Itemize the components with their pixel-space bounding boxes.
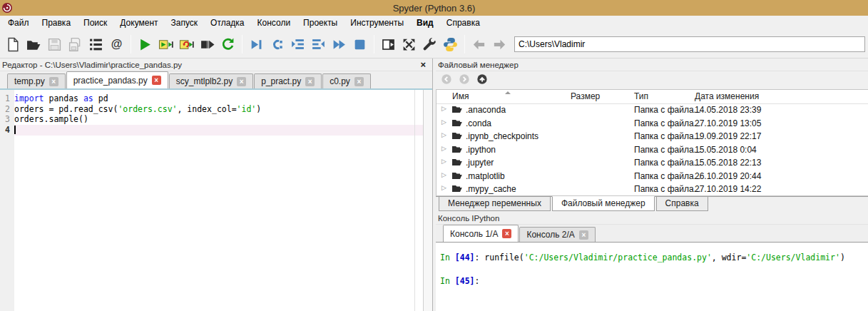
file-type: Папка с файла... <box>634 158 701 168</box>
column-header-1[interactable]: Имя <box>452 91 469 101</box>
code-editor[interactable]: 1import pandas as pd2orders = pd.read_cs… <box>0 90 432 311</box>
tab-label: scy_mtlplb2.py <box>176 76 233 86</box>
line-number: 2 <box>0 104 10 115</box>
column-header-4[interactable]: Дата изменения <box>695 91 759 101</box>
code-line-1: 1import pandas as pd <box>0 93 423 104</box>
file-row[interactable]: ▷.jupyterПапка с файла...15.05.2018 22:1… <box>436 157 868 170</box>
nav-forward-button[interactable] <box>489 34 510 55</box>
right-column: Файловый менеджер ИмяРазмерТипДата измен… <box>436 58 868 311</box>
close-tab-icon[interactable]: × <box>354 77 364 86</box>
fullscreen-button[interactable] <box>399 34 419 55</box>
preferences-button[interactable] <box>419 34 440 55</box>
menu-help[interactable]: Справка <box>440 16 486 31</box>
history-back-button[interactable] <box>441 73 452 88</box>
save-file-button[interactable] <box>44 34 65 55</box>
run-cell-button[interactable] <box>155 34 176 55</box>
save-all-button[interactable] <box>65 34 86 55</box>
expand-arrow-icon[interactable]: ▷ <box>441 145 446 152</box>
console-output[interactable]: In [44]: runfile('C:/Users/Vladimir/prac… <box>436 243 868 311</box>
run-selection-button[interactable] <box>197 34 218 55</box>
history-forward-icon <box>459 73 470 85</box>
file-row[interactable]: ▷.mypy_cacheПапка с файла...27.10.2019 1… <box>436 183 868 196</box>
editor-tab-scy_mtlplb2.py[interactable]: scy_mtlplb2.py× <box>169 73 253 88</box>
editor-pane-header[interactable]: Редактор - C:\Users\Vladimir\practice_pa… <box>0 58 432 71</box>
debug-file-button[interactable] <box>246 34 267 55</box>
editor-tab-temp.py[interactable]: temp.py× <box>7 73 66 88</box>
restart-kernel-button[interactable] <box>218 34 238 55</box>
python-path-manager-button[interactable] <box>440 34 461 55</box>
expand-arrow-icon[interactable]: ▷ <box>441 158 446 165</box>
address-bar[interactable] <box>514 36 865 52</box>
file-row[interactable]: ▷.ipythonПапка с файла...15.05.2018 0:04 <box>436 144 868 158</box>
editor-tab-practice_pandas.py[interactable]: practice_pandas.py× <box>66 71 168 88</box>
debug-stop-button[interactable] <box>349 34 370 55</box>
run-cell-advance-button[interactable] <box>176 34 197 55</box>
debug-step-return-button[interactable] <box>308 34 329 55</box>
tab-label: practice_pandas.py <box>73 76 148 86</box>
file-row[interactable]: ▷.anacondaПапка с файла...14.05.2018 23:… <box>436 104 868 118</box>
pane-tab-Справка[interactable]: Справка <box>656 196 708 211</box>
expand-arrow-icon[interactable]: ▷ <box>441 118 446 126</box>
history-forward-button[interactable] <box>459 73 470 88</box>
column-header-3[interactable]: Тип <box>634 91 648 101</box>
console-tab-Консоль 1/A[interactable]: Консоль 1/A× <box>443 225 519 242</box>
editor-tab-p_pract.py[interactable]: p_pract.py× <box>254 73 322 88</box>
editor-tabbar: temp.py×practice_pandas.py×scy_mtlplb2.p… <box>0 71 432 90</box>
editor-scrollbar[interactable] <box>423 90 432 311</box>
run-file-button[interactable] <box>135 34 155 55</box>
menu-run[interactable]: Запуск <box>165 16 205 31</box>
debug-continue-button[interactable] <box>329 34 349 55</box>
close-tab-icon[interactable]: × <box>305 77 315 86</box>
close-tab-icon[interactable]: × <box>49 77 58 86</box>
column-header-2[interactable]: Размер <box>571 91 600 101</box>
debug-step-into-button[interactable] <box>287 34 308 55</box>
new-file-button[interactable] <box>3 34 24 55</box>
console-pane-header[interactable]: Консоль IPython <box>436 212 868 225</box>
expand-arrow-icon[interactable]: ▷ <box>441 131 446 138</box>
toolbar-separator <box>374 35 374 53</box>
file-type: Папка с файла... <box>634 184 701 194</box>
folder-icon <box>451 131 463 140</box>
menu-projects[interactable]: Проекты <box>297 16 344 31</box>
menu-edit[interactable]: Правка <box>36 16 78 31</box>
close-tab-icon[interactable]: × <box>502 229 511 238</box>
console-tab-Консоль 2/A[interactable]: Консоль 2/A× <box>519 227 595 242</box>
console-pane-title: Консоль IPython <box>438 214 499 223</box>
parent-directory-button[interactable] <box>476 73 488 88</box>
menu-consoles[interactable]: Консоли <box>251 16 297 31</box>
editor-pane-title: Редактор - C:\Users\Vladimir\practice_pa… <box>2 61 182 69</box>
menu-source[interactable]: Документ <box>113 16 164 31</box>
menu-debug[interactable]: Отладка <box>204 16 250 31</box>
file-row[interactable]: ▷.ipynb_checkpointsПапка с файла...19.09… <box>436 131 868 144</box>
close-tab-icon[interactable]: × <box>152 76 161 85</box>
open-file-button[interactable] <box>24 34 44 55</box>
code-region[interactable]: 1import pandas as pd2orders = pd.read_cs… <box>0 90 423 311</box>
nav-back-button[interactable] <box>469 34 489 55</box>
debug-step-button[interactable] <box>267 34 287 55</box>
symbol-finder-button[interactable]: @ <box>106 34 127 55</box>
pane-tab-Менеджер переменных[interactable]: Менеджер переменных <box>439 196 551 211</box>
save-file-icon <box>47 37 62 52</box>
titlebar[interactable]: Spyder (Python 3.6) <box>0 0 868 16</box>
close-pane-icon[interactable]: × <box>420 60 426 69</box>
new-file-icon <box>6 37 21 52</box>
file-row[interactable]: ▷.condaПапка с файла...27.10.2019 13:05 <box>436 118 868 131</box>
pane-tab-Файловый менеджер[interactable]: Файловый менеджер <box>552 196 655 211</box>
tab-label: temp.py <box>14 76 45 86</box>
close-tab-icon[interactable]: × <box>237 77 246 86</box>
expand-arrow-icon[interactable]: ▷ <box>441 171 446 178</box>
expand-arrow-icon[interactable]: ▷ <box>441 184 446 191</box>
file-switcher-button[interactable] <box>86 34 106 55</box>
maximize-pane-button[interactable] <box>378 34 399 55</box>
file-row[interactable]: ▷.matplotlibПапка с файла...26.10.2019 2… <box>436 170 868 184</box>
menu-search[interactable]: Поиск <box>77 16 113 31</box>
menu-tools[interactable]: Инструменты <box>344 16 410 31</box>
expand-arrow-icon[interactable]: ▷ <box>441 105 446 112</box>
editor-tab-c0.py[interactable]: c0.py× <box>322 73 371 88</box>
explorer-pane-header[interactable]: Файловый менеджер <box>436 58 868 71</box>
symbol-finder-icon: @ <box>111 38 123 51</box>
menu-file[interactable]: Файл <box>1 16 36 31</box>
file-name: .matplotlib <box>466 171 505 181</box>
close-tab-icon[interactable]: × <box>579 230 588 240</box>
menu-view[interactable]: Вид <box>410 16 440 31</box>
